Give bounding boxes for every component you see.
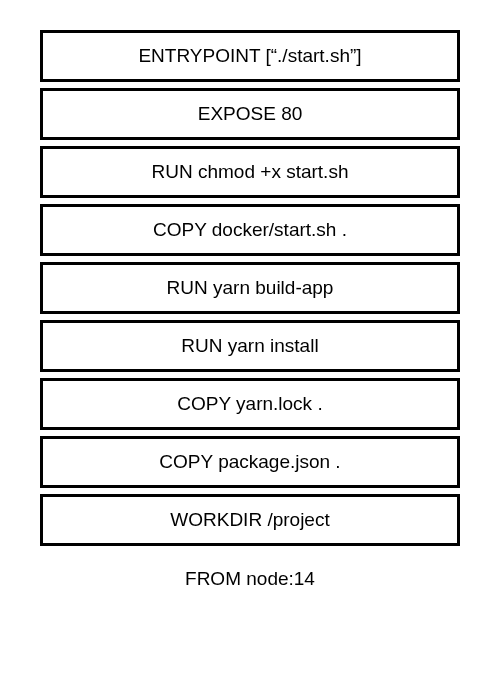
layer-copy-packagejson: COPY package.json .: [40, 436, 460, 488]
layer-workdir: WORKDIR /project: [40, 494, 460, 546]
layer-run-build: RUN yarn build-app: [40, 262, 460, 314]
layer-run-install: RUN yarn install: [40, 320, 460, 372]
layer-copy-startsh: COPY docker/start.sh .: [40, 204, 460, 256]
layer-stack: ENTRYPOINT [“./start.sh”] EXPOSE 80 RUN …: [40, 30, 460, 546]
layer-copy-yarnlock: COPY yarn.lock .: [40, 378, 460, 430]
base-image-label: FROM node:14: [40, 568, 460, 590]
layer-expose: EXPOSE 80: [40, 88, 460, 140]
layer-entrypoint: ENTRYPOINT [“./start.sh”]: [40, 30, 460, 82]
layer-run-chmod: RUN chmod +x start.sh: [40, 146, 460, 198]
